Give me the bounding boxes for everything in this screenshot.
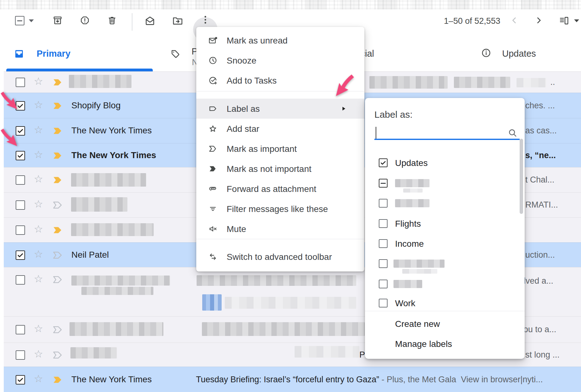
menu-item-mark-as-not-important[interactable]: Mark as not important	[196, 159, 364, 179]
star-icon[interactable]: ☆	[34, 224, 43, 234]
split-pane-dropdown-caret-icon[interactable]	[574, 19, 579, 22]
older-page-button[interactable]	[534, 16, 543, 25]
mute-icon	[208, 224, 218, 234]
row-checkbox[interactable]	[16, 250, 25, 260]
importance-marker-icon[interactable]	[53, 251, 62, 259]
star-icon[interactable]: ☆	[34, 199, 43, 209]
label-checkbox-indeterminate[interactable]	[379, 179, 388, 188]
star-icon[interactable]: ☆	[34, 349, 43, 359]
importance-marker-icon[interactable]	[53, 326, 62, 334]
menu-item-mark-as-important[interactable]: Mark as important	[196, 139, 364, 159]
mark-as-read-button[interactable]	[144, 15, 156, 26]
menu-item-mark-as-unread[interactable]: Mark as unread	[196, 30, 364, 50]
select-all-checkbox[interactable]	[15, 16, 24, 25]
redacted-sender	[71, 173, 146, 187]
menu-item-forward-as-attachment[interactable]: Forward as attachment	[196, 179, 364, 199]
archive-button[interactable]	[52, 15, 63, 26]
label-checkbox-unchecked[interactable]	[379, 219, 388, 228]
importance-marker-important-icon[interactable]	[53, 376, 62, 384]
row-checkbox[interactable]	[16, 200, 25, 210]
label-item-flights[interactable]: Flights	[365, 215, 518, 232]
importance-marker-important-icon[interactable]	[53, 102, 62, 110]
label-item-redacted[interactable]	[365, 275, 518, 293]
newer-page-button[interactable]	[510, 16, 519, 25]
label-checkbox-unchecked[interactable]	[379, 239, 388, 248]
menu-item-filter-messages-like-these[interactable]: Filter messages like these	[196, 199, 364, 219]
label-checkbox-unchecked[interactable]	[379, 199, 388, 208]
row-checkbox[interactable]	[16, 126, 25, 136]
snippet-fragment: uction...	[525, 250, 555, 260]
menu-item-switch-to-advanced-toolbar[interactable]: Switch to advanced toolbar	[196, 247, 364, 267]
importance-marker-important-icon[interactable]	[53, 78, 62, 86]
label-item-redacted[interactable]	[365, 174, 518, 192]
importance-marker-important-icon[interactable]	[53, 152, 62, 160]
star-icon[interactable]: ☆	[34, 76, 43, 86]
panel-scrollbar[interactable]	[520, 139, 523, 214]
importance-marker-icon[interactable]	[53, 276, 62, 284]
redacted-content	[202, 322, 365, 336]
label-item-redacted[interactable]	[365, 255, 518, 272]
split-pane-toggle[interactable]	[559, 15, 569, 26]
label-item-income[interactable]: Income	[365, 235, 518, 252]
label-checkbox-unchecked[interactable]	[379, 299, 388, 307]
label-search-input[interactable]	[374, 126, 520, 140]
star-icon[interactable]: ☆	[34, 323, 43, 334]
move-to-button[interactable]	[172, 15, 183, 26]
row-checkbox[interactable]	[16, 325, 25, 334]
importance-marker-icon[interactable]	[53, 351, 62, 359]
tag-icon	[170, 49, 181, 59]
manage-labels-action[interactable]: Manage labels	[395, 339, 452, 349]
pagination-range: 1–50 of 52,553	[444, 16, 500, 26]
row-checkbox[interactable]	[16, 350, 25, 360]
star-icon[interactable]: ☆	[34, 100, 43, 110]
label-item-work[interactable]: Work	[365, 294, 518, 312]
label-checkbox-unchecked[interactable]	[379, 280, 388, 288]
report-spam-button[interactable]	[80, 15, 90, 26]
importance-marker-icon[interactable]	[53, 201, 62, 209]
snippet-fragment: st long ...	[525, 350, 560, 360]
importance-marker-important-icon[interactable]	[53, 226, 62, 234]
star-icon[interactable]: ☆	[34, 249, 43, 259]
label-item-redacted[interactable]	[365, 194, 518, 212]
importance-marker-important-icon[interactable]	[53, 127, 62, 135]
label-as-panel: Label as: UpdatesFlightsIncomeWork Creat…	[365, 98, 525, 359]
create-new-label-action[interactable]: Create new	[395, 319, 440, 329]
redacted-content	[197, 275, 356, 286]
star-icon[interactable]: ☆	[34, 125, 43, 135]
redacted-content	[517, 78, 546, 87]
menu-item-mute[interactable]: Mute	[196, 219, 364, 239]
row-checkbox[interactable]	[16, 225, 25, 235]
row-checkbox[interactable]	[16, 151, 25, 160]
menu-item-add-star[interactable]: Add star	[196, 119, 364, 139]
label-item-updates[interactable]: Updates	[365, 154, 518, 172]
star-icon[interactable]: ☆	[34, 274, 43, 284]
menu-item-label: Forward as attachment	[227, 184, 316, 194]
menu-item-label-as[interactable]: Label as	[196, 99, 364, 119]
row-checkbox[interactable]	[16, 375, 25, 384]
star-icon[interactable]: ☆	[34, 374, 43, 384]
label-checkbox-unchecked[interactable]	[379, 259, 388, 268]
redacted-content	[81, 287, 153, 295]
active-tab-underline	[6, 69, 153, 71]
sender-name: Neil Patel	[71, 250, 109, 260]
sender-name: The New York Times	[71, 126, 152, 136]
page-background-pattern	[0, 0, 581, 9]
menu-item-snooze[interactable]: Snooze	[196, 50, 364, 70]
tab-updates[interactable]: Updates	[470, 41, 563, 71]
label-name: Flights	[395, 219, 421, 229]
delete-button[interactable]	[107, 15, 117, 26]
row-checkbox[interactable]	[16, 175, 25, 185]
row-checkbox[interactable]	[16, 78, 25, 87]
email-row-12[interactable]: ☆The New York TimesTuesday Briefing: Isr…	[4, 367, 581, 392]
subject-text: Tuesday Briefing: Israel’s “forceful ent…	[196, 375, 379, 384]
tab-primary[interactable]: Primary	[6, 41, 153, 71]
star-icon[interactable]: ☆	[34, 149, 43, 160]
more-options-button[interactable]	[200, 14, 211, 25]
star-icon[interactable]: ☆	[34, 174, 43, 184]
importance-marker-important-icon[interactable]	[53, 176, 62, 184]
redacted-label-name	[393, 280, 422, 288]
redacted-content	[454, 77, 510, 88]
select-dropdown-caret-icon[interactable]	[29, 19, 34, 22]
row-checkbox[interactable]	[16, 275, 25, 285]
label-checkbox-checked[interactable]	[379, 158, 388, 167]
